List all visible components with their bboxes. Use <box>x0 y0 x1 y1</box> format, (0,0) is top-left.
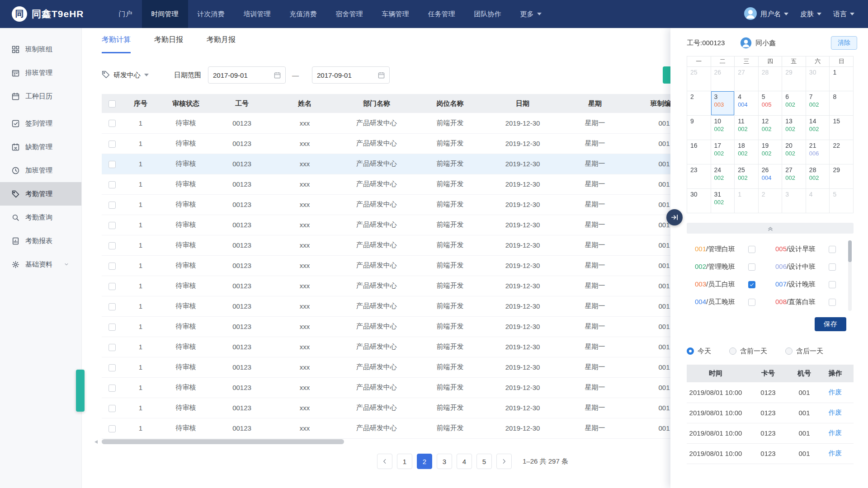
row-checkbox[interactable] <box>108 405 116 412</box>
user-menu[interactable]: 用户名 <box>744 7 788 22</box>
calendar-day[interactable]: 1 <box>830 67 854 91</box>
radio-option[interactable]: 含前一天 <box>729 347 767 356</box>
calendar-collapse-bar[interactable] <box>687 223 854 234</box>
row-checkbox[interactable] <box>108 161 116 168</box>
calendar-day[interactable]: 14002 <box>806 116 830 140</box>
select-all-checkbox[interactable] <box>108 100 116 108</box>
row-checkbox[interactable] <box>108 263 116 270</box>
calendar-day[interactable]: 24002 <box>711 164 735 189</box>
row-checkbox[interactable] <box>108 202 116 209</box>
shift-checkbox[interactable] <box>829 263 836 271</box>
shift-list-scrollbar[interactable] <box>848 240 852 311</box>
nav-item[interactable]: 充值消费 <box>280 0 326 28</box>
page-button-5[interactable]: 5 <box>476 454 492 469</box>
calendar-day[interactable]: 29 <box>782 67 806 91</box>
calendar-day[interactable]: 27 <box>735 67 759 91</box>
shift-checkbox[interactable] <box>748 281 755 288</box>
save-button[interactable]: 保存 <box>815 317 846 331</box>
calendar-day[interactable]: 1 <box>735 189 759 213</box>
department-select[interactable]: 研发中心 <box>102 70 149 80</box>
nav-item[interactable]: 车辆管理 <box>373 0 419 28</box>
shift-checkbox[interactable] <box>829 246 836 253</box>
page-button-1[interactable]: 1 <box>397 454 412 469</box>
sidebar-item[interactable]: 班制班组 <box>0 38 81 61</box>
sidebar-item[interactable]: 签到管理 <box>0 112 81 135</box>
nav-item[interactable]: 宿舍管理 <box>326 0 373 28</box>
calendar-day[interactable]: 25 <box>687 67 711 91</box>
calendar-day[interactable]: 16 <box>687 140 711 164</box>
nav-item[interactable]: 团队协作 <box>465 0 511 28</box>
calendar-day[interactable]: 27002 <box>782 164 806 189</box>
date-to-input[interactable] <box>312 66 390 84</box>
row-checkbox[interactable] <box>108 222 116 229</box>
scrollbar-thumb[interactable] <box>848 240 852 262</box>
calendar-day[interactable]: 3003 <box>711 91 735 116</box>
tab-2[interactable]: 考勤月报 <box>207 28 236 53</box>
calendar-day[interactable]: 19002 <box>759 140 783 164</box>
date-from-input[interactable] <box>208 66 286 84</box>
page-button-3[interactable]: 3 <box>437 454 452 469</box>
shift-checkbox[interactable] <box>829 299 836 306</box>
calendar-day[interactable]: 31002 <box>711 189 735 213</box>
calendar-day[interactable]: 15 <box>830 116 854 140</box>
calendar-day[interactable]: 5005 <box>759 91 783 116</box>
next-page-button[interactable] <box>496 454 512 469</box>
sidebar-item[interactable]: 基础资料 <box>0 253 81 276</box>
shift-checkbox[interactable] <box>748 299 755 306</box>
calendar-day[interactable]: 4004 <box>735 91 759 116</box>
calendar-day[interactable]: 8 <box>830 91 854 116</box>
calendar-day[interactable]: 9 <box>687 116 711 140</box>
row-checkbox[interactable] <box>108 283 116 290</box>
void-link[interactable]: 作废 <box>829 449 842 457</box>
shift-checkbox[interactable] <box>748 263 755 271</box>
calendar-day[interactable]: 2 <box>687 91 711 116</box>
calendar-day[interactable]: 12002 <box>759 116 783 140</box>
date-from-value[interactable] <box>213 71 274 79</box>
void-link[interactable]: 作废 <box>829 429 842 436</box>
shift-checkbox[interactable] <box>748 246 755 253</box>
calendar-day[interactable]: 25002 <box>735 164 759 189</box>
nav-item[interactable]: 任务管理 <box>419 0 465 28</box>
sidebar-item[interactable]: 考勤管理 <box>0 182 81 206</box>
horizontal-scrollbar[interactable] <box>102 439 670 445</box>
calendar-day[interactable]: 3 <box>782 189 806 213</box>
row-checkbox[interactable] <box>108 344 116 351</box>
row-checkbox[interactable] <box>108 425 116 432</box>
calendar-day[interactable]: 10002 <box>711 116 735 140</box>
skin-menu[interactable]: 皮肤 <box>800 10 821 19</box>
clear-button[interactable]: 清除 <box>831 36 857 50</box>
calendar-day[interactable]: 2 <box>759 189 783 213</box>
language-menu[interactable]: 语言 <box>833 10 854 19</box>
nav-item[interactable]: 时间管理 <box>142 0 188 28</box>
sidebar-item[interactable]: 工种日历 <box>0 84 81 108</box>
sidebar-item[interactable]: 考勤查询 <box>0 206 81 229</box>
calendar-day[interactable]: 20002 <box>782 140 806 164</box>
row-checkbox[interactable] <box>108 141 116 148</box>
calendar-day[interactable]: 5 <box>830 189 854 213</box>
sidebar-item[interactable]: 排班管理 <box>0 61 81 84</box>
side-drawer-handle[interactable] <box>76 370 85 412</box>
tab-0[interactable]: 考勤计算 <box>102 28 131 53</box>
calendar-day[interactable]: 28 <box>759 67 783 91</box>
page-button-2[interactable]: 2 <box>417 454 432 469</box>
void-link[interactable]: 作废 <box>829 388 842 396</box>
calendar-day[interactable]: 23 <box>687 164 711 189</box>
calendar-day[interactable]: 11002 <box>735 116 759 140</box>
scrollbar-thumb[interactable] <box>102 439 344 444</box>
sidebar-item[interactable]: 缺勤管理 <box>0 135 81 159</box>
row-checkbox[interactable] <box>108 303 116 310</box>
calendar-day[interactable]: 30 <box>687 189 711 213</box>
calendar-day[interactable]: 7002 <box>806 91 830 116</box>
calendar-day[interactable]: 26 <box>711 67 735 91</box>
sidebar-item[interactable]: 考勤报表 <box>0 229 81 253</box>
calendar-day[interactable]: 18002 <box>735 140 759 164</box>
nav-item[interactable]: 更多 <box>511 0 551 28</box>
row-checkbox[interactable] <box>108 364 116 371</box>
calendar-day[interactable]: 4 <box>806 189 830 213</box>
date-to-value[interactable] <box>317 71 378 79</box>
radio-option[interactable]: 含后一天 <box>785 347 823 356</box>
prev-page-button[interactable] <box>377 454 392 469</box>
nav-item[interactable]: 门户 <box>109 0 142 28</box>
radio-option[interactable]: 今天 <box>687 347 711 356</box>
row-checkbox[interactable] <box>108 120 116 127</box>
